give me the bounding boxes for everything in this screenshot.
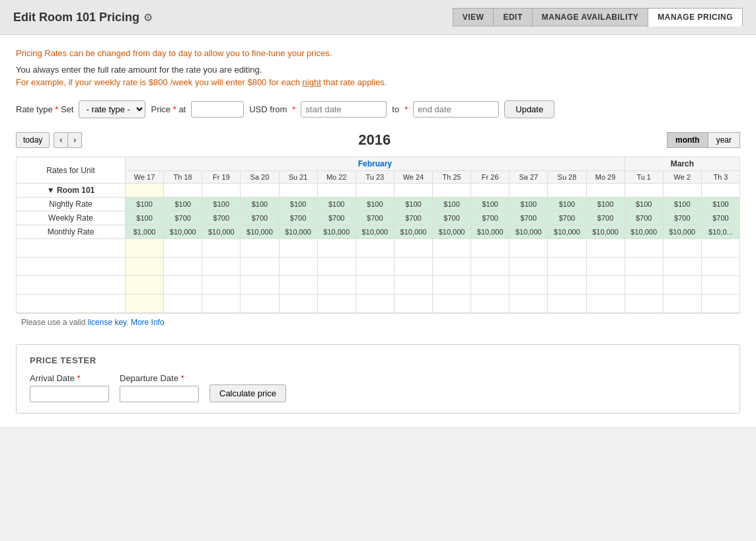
weekly-rate-cell[interactable]: $700 <box>624 211 663 225</box>
empty-cell <box>510 295 548 313</box>
nightly-rate-cell[interactable]: $100 <box>241 198 279 211</box>
room-cell <box>548 184 586 198</box>
empty-cell <box>241 258 279 276</box>
nightly-rate-cell[interactable]: $100 <box>548 198 586 211</box>
license-key-link[interactable]: license key <box>88 318 126 327</box>
room-cell <box>356 184 394 198</box>
weekly-rate-cell[interactable]: $700 <box>164 211 202 225</box>
empty-cell <box>279 258 317 276</box>
nightly-rate-cell[interactable]: $100 <box>202 198 241 211</box>
view-toggle: month year <box>667 132 740 148</box>
monthly-rate-cell[interactable]: $10,000 <box>624 225 663 239</box>
monthly-rate-cell[interactable]: $10,000 <box>586 225 624 239</box>
nightly-rate-cell[interactable]: $100 <box>510 198 548 211</box>
weekly-rate-cell[interactable]: $700 <box>701 211 739 225</box>
monthly-rate-cell[interactable]: $10,000 <box>279 225 317 239</box>
usd-label: USD from <box>249 104 287 114</box>
nightly-rate-cell[interactable]: $100 <box>126 198 164 211</box>
day-header: We 17 <box>126 171 164 184</box>
weekly-rate-cell[interactable]: $700 <box>548 211 586 225</box>
empty-cell <box>548 276 586 295</box>
departure-label: Departure Date * <box>120 373 199 383</box>
weekly-rate-cell[interactable]: $700 <box>471 211 510 225</box>
nightly-rate-cell[interactable]: $100 <box>164 198 202 211</box>
end-date-input[interactable] <box>413 101 499 118</box>
arrival-date-input[interactable] <box>30 386 109 402</box>
nightly-rate-cell[interactable]: $100 <box>356 198 394 211</box>
year-view-button[interactable]: year <box>708 132 740 148</box>
empty-cell <box>663 258 701 276</box>
weekly-rate-cell[interactable]: $700 <box>279 211 317 225</box>
weekly-rate-cell[interactable]: $700 <box>394 211 432 225</box>
monthly-rate-cell[interactable]: $10,000 <box>394 225 432 239</box>
monthly-rate-cell[interactable]: $10,000 <box>471 225 510 239</box>
weekly-rate-cell[interactable]: $700 <box>317 211 356 225</box>
price-input[interactable] <box>191 101 244 118</box>
nightly-rate-cell[interactable]: $100 <box>433 198 471 211</box>
monthly-rate-cell[interactable]: $10,000 <box>433 225 471 239</box>
calendar-nav: today ‹ › 2016 month year <box>16 131 740 149</box>
empty-cell <box>663 295 701 313</box>
license-text: Please use a valid <box>21 318 88 327</box>
nightly-rate-cell[interactable]: $100 <box>701 198 739 211</box>
nightly-rate-cell[interactable]: $100 <box>394 198 432 211</box>
monthly-rate-cell[interactable]: $10,000 <box>548 225 586 239</box>
rate-type-select[interactable]: - rate type - <box>79 100 145 118</box>
room-cell <box>663 184 701 198</box>
empty-cell <box>241 295 279 313</box>
room-cell <box>317 184 356 198</box>
nav-edit-button[interactable]: EDIT <box>494 8 532 26</box>
monthly-rate-cell[interactable]: $1,000 <box>126 225 164 239</box>
room-cell <box>510 184 548 198</box>
weekly-rate-cell[interactable]: $700 <box>586 211 624 225</box>
february-header: February <box>126 157 625 171</box>
weekly-rate-cell[interactable]: $700 <box>241 211 279 225</box>
nightly-rate-cell[interactable]: $100 <box>663 198 701 211</box>
main-content: Pricing Rates can be changed from day to… <box>0 35 756 427</box>
more-info-link[interactable]: More Info <box>131 318 165 327</box>
monthly-rate-cell[interactable]: $10,000 <box>510 225 548 239</box>
gear-icon[interactable]: ⚙ <box>143 11 153 24</box>
calculate-price-button[interactable]: Calculate price <box>209 384 286 402</box>
monthly-rate-cell[interactable]: $10,000 <box>356 225 394 239</box>
monthly-rate-cell[interactable]: $10,000 <box>317 225 356 239</box>
room-cell <box>624 184 663 198</box>
start-date-input[interactable] <box>301 101 387 118</box>
empty-cell <box>471 258 510 276</box>
monthly-rate-cell[interactable]: $10,0... <box>701 225 739 239</box>
weekly-rate-label: Weekly Rate <box>17 211 126 225</box>
nav-manage-availability-button[interactable]: MANAGE AVAILABILITY <box>533 8 649 26</box>
departure-date-input[interactable] <box>120 386 199 402</box>
monthly-rate-cell[interactable]: $10,000 <box>663 225 701 239</box>
weekly-rate-cell[interactable]: $100 <box>126 211 164 225</box>
monthly-rate-cell[interactable]: $10,000 <box>202 225 241 239</box>
weekly-rate-cell[interactable]: $700 <box>202 211 241 225</box>
empty-cell <box>394 258 432 276</box>
info-line3: For example, if your weekly rate is $800… <box>16 77 740 87</box>
weekly-rate-cell[interactable]: $700 <box>510 211 548 225</box>
nightly-rate-cell[interactable]: $100 <box>586 198 624 211</box>
weekly-rate-cell[interactable]: $700 <box>356 211 394 225</box>
nav-view-button[interactable]: VIEW <box>453 8 494 26</box>
monthly-rate-cell[interactable]: $10,000 <box>164 225 202 239</box>
weekly-rate-cell[interactable]: $700 <box>663 211 701 225</box>
nav-manage-pricing-button[interactable]: MANAGE PRICING <box>648 8 743 26</box>
nightly-rate-cell[interactable]: $100 <box>624 198 663 211</box>
today-button[interactable]: today <box>16 132 50 148</box>
empty-cell <box>433 295 471 313</box>
prev-button[interactable]: ‹ <box>54 132 68 148</box>
empty-cell <box>624 295 663 313</box>
update-button[interactable]: Update <box>504 100 554 118</box>
empty-cell <box>394 295 432 313</box>
nightly-rate-label: Nightly Rate <box>17 198 126 211</box>
next-button[interactable]: › <box>68 132 82 148</box>
nightly-rate-cell[interactable]: $100 <box>317 198 356 211</box>
nightly-rate-cell[interactable]: $100 <box>471 198 510 211</box>
day-header: Tu 1 <box>624 171 663 184</box>
month-view-button[interactable]: month <box>667 132 708 148</box>
weekly-rate-cell[interactable]: $700 <box>433 211 471 225</box>
empty-cell <box>317 295 356 313</box>
monthly-rate-cell[interactable]: $10,000 <box>241 225 279 239</box>
empty-cell <box>317 276 356 295</box>
nightly-rate-cell[interactable]: $100 <box>279 198 317 211</box>
